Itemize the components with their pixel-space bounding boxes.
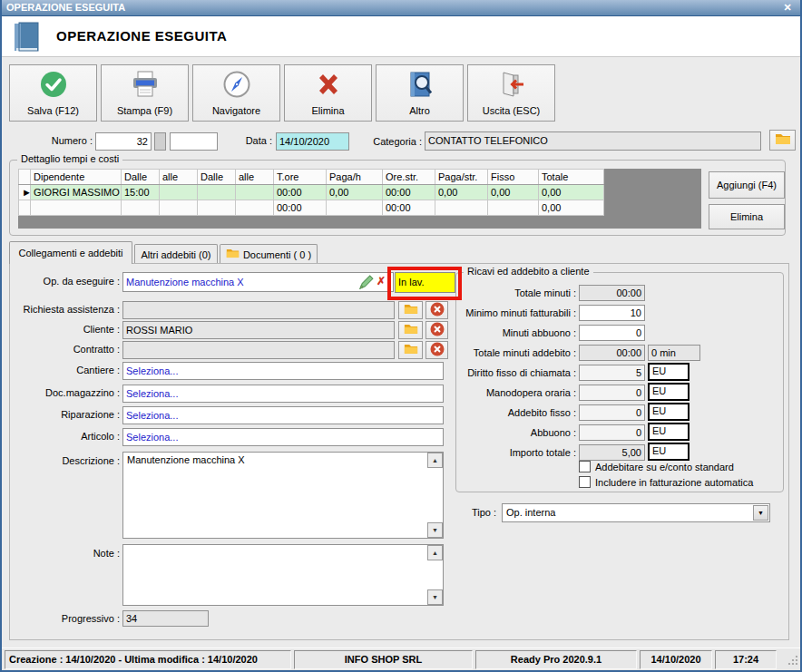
abbuono-label: Abbuono : xyxy=(455,427,576,438)
total-tore: 00:00 xyxy=(274,200,327,216)
scroll-down-icon[interactable]: ▼ xyxy=(427,589,443,605)
data-field[interactable]: 14/10/2020 xyxy=(276,132,349,151)
folder-icon xyxy=(226,248,240,260)
numero-field[interactable]: 32 xyxy=(95,132,152,151)
col-dalle1: Dalle xyxy=(122,170,160,185)
numero-spin[interactable] xyxy=(154,132,166,151)
cliente-clear-button[interactable] xyxy=(425,321,448,339)
addebito-fisso-field[interactable]: 0 xyxy=(579,404,645,421)
window-title: OPERAZIONE ESEGUITA xyxy=(6,2,125,13)
edit-pencil-icon[interactable] xyxy=(359,274,375,291)
marker-header xyxy=(19,170,31,185)
folder-icon xyxy=(404,304,418,317)
op-da-eseguire-label: Op. da eseguire : xyxy=(2,276,120,287)
print-button[interactable]: Stampa (F9) xyxy=(101,64,189,122)
numero-label: Numero : xyxy=(20,135,93,146)
totale-minuti-label: Totale minuti : xyxy=(455,287,576,298)
dialog-window: OPERAZIONE ESEGUITA ✕ OPERAZIONE ESEGUIT… xyxy=(0,0,802,672)
numero-aux-field[interactable] xyxy=(170,132,218,151)
richiesta-clear-button[interactable] xyxy=(425,301,448,319)
categoria-field[interactable]: CONTATTO TELEFONICO xyxy=(425,131,761,151)
totale-addebito-label: Totale minuti addebito : xyxy=(455,347,576,358)
fatturazione-automatica-checkbox[interactable] xyxy=(579,476,591,488)
doc-magazzino-field[interactable]: Seleziona... xyxy=(122,385,444,403)
status-creazione: Creazione : 14/10/2020 - Ultima modifica… xyxy=(5,650,291,669)
folder-icon xyxy=(775,133,791,147)
currency-box: EU xyxy=(648,443,690,461)
navigator-button[interactable]: Navigatore xyxy=(192,64,280,122)
tempi-table: Dipendente Dalle alle Dalle alle T.ore P… xyxy=(18,169,604,216)
red-circle-x-icon xyxy=(430,302,445,318)
ricavi-group-title: Ricavi ed addebito a cliente xyxy=(464,266,593,277)
addebito-fisso-label: Addebito fisso : xyxy=(455,407,576,418)
cliente-field[interactable]: ROSSI MARIO xyxy=(122,321,395,339)
importo-totale-field: 5,00 xyxy=(579,444,645,461)
currency-box: EU xyxy=(648,423,690,441)
status-versione: Ready Pro 2020.9.1 xyxy=(475,650,637,669)
close-button[interactable]: ✕ xyxy=(780,1,795,15)
fatturazione-automatica-label: Includere in fatturazione automatica xyxy=(595,477,753,488)
clear-x-icon[interactable]: ✗ xyxy=(377,275,386,287)
add-row-button[interactable]: Aggiungi (F4) xyxy=(709,171,785,199)
riparazione-field[interactable]: Seleziona... xyxy=(122,406,444,424)
exit-button[interactable]: Uscita (ESC) xyxy=(467,64,555,122)
scroll-up-icon[interactable]: ▲ xyxy=(427,545,443,560)
contratto-clear-button[interactable] xyxy=(425,341,448,359)
manodopera-field[interactable]: 0 xyxy=(579,385,645,401)
minimo-fatturabili-field[interactable]: 10 xyxy=(579,305,645,321)
col-orestr: Ore.str. xyxy=(383,170,435,185)
riparazione-label: Riparazione : xyxy=(2,409,120,420)
col-pagastr: Paga/str. xyxy=(435,170,488,185)
delete-row-button[interactable]: Elimina xyxy=(709,204,785,229)
op-da-eseguire-field[interactable]: Manutenzione macchina X xyxy=(122,272,394,292)
totale-addebito-field: 00:00 xyxy=(579,345,645,361)
scroll-down-icon[interactable]: ▼ xyxy=(427,522,443,538)
categoria-browse-button[interactable] xyxy=(769,130,796,151)
cliente-browse-button[interactable] xyxy=(398,321,423,339)
articolo-field[interactable]: Seleziona... xyxy=(122,428,444,446)
tempi-header-row: Dipendente Dalle alle Dalle alle T.ore P… xyxy=(19,170,604,185)
save-button[interactable]: Salva (F12) xyxy=(9,64,97,122)
resize-grip[interactable] xyxy=(787,655,798,667)
progressivo-field: 34 xyxy=(122,610,209,627)
abbuono-field[interactable]: 0 xyxy=(579,424,645,441)
cantiere-field[interactable]: Seleziona... xyxy=(122,362,444,380)
check-circle-icon xyxy=(39,70,68,101)
tipo-dropdown[interactable]: Op. interna ▼ xyxy=(502,503,770,522)
col-pagah: Paga/h xyxy=(327,170,383,185)
col-totale: Totale xyxy=(539,170,604,185)
total-orestr: 00:00 xyxy=(383,200,435,216)
richiesta-browse-button[interactable] xyxy=(398,301,423,319)
folder-icon xyxy=(404,344,418,356)
titlebar[interactable]: OPERAZIONE ESEGUITA ✕ xyxy=(2,0,800,16)
richiesta-assistenza-field[interactable] xyxy=(122,301,395,319)
note-textarea[interactable] xyxy=(122,544,444,606)
diritto-chiamata-label: Diritto fisso di chiamata : xyxy=(455,367,576,378)
tab-collegamenti[interactable]: Collegamenti e addebiti xyxy=(9,241,132,264)
col-fisso: Fisso xyxy=(488,170,539,185)
contratto-field[interactable] xyxy=(122,341,395,359)
red-circle-x-icon xyxy=(430,342,445,358)
col-dalle2: Dalle xyxy=(198,170,236,185)
navigator-button-label: Navigatore xyxy=(212,105,260,116)
scroll-up-icon[interactable]: ▲ xyxy=(427,453,443,468)
tipo-dropdown-value: Op. interna xyxy=(506,507,555,518)
minimo-fatturabili-label: Minimo minuti fatturabili : xyxy=(455,307,576,318)
contratto-browse-button[interactable] xyxy=(398,341,423,359)
tab-altri-addebiti[interactable]: Altri addebiti (0) xyxy=(134,244,218,264)
tempi-groupbox: Dettaglio tempi e costi Dipendente Dalle… xyxy=(9,160,786,236)
minuti-abbuono-field[interactable]: 0 xyxy=(579,325,645,341)
table-row[interactable]: ► GIORGI MASSIMO 15:00 00:00 0,00 00:00 … xyxy=(19,185,604,200)
addebitare-econto-checkbox[interactable] xyxy=(579,461,591,472)
tab-documenti[interactable]: Documenti ( 0 ) xyxy=(220,244,318,264)
more-button[interactable]: Altro xyxy=(376,64,464,122)
note-label: Note : xyxy=(2,548,120,559)
descrizione-textarea[interactable]: Manutenzione macchina X xyxy=(122,452,444,539)
descrizione-label: Descrizione : xyxy=(2,455,120,466)
importo-totale-label: Importo totale : xyxy=(455,447,576,458)
cantiere-label: Cantiere : xyxy=(2,365,120,375)
col-alle2: alle xyxy=(236,170,274,185)
delete-button[interactable]: Elimina xyxy=(284,64,372,122)
book-magnifier-icon xyxy=(406,70,435,101)
diritto-chiamata-field[interactable]: 5 xyxy=(579,365,645,381)
